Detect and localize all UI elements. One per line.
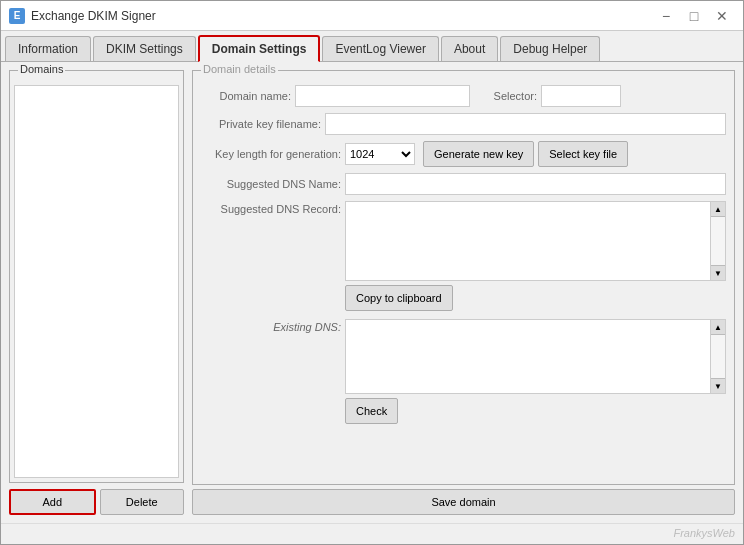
- suggested-dns-record-textarea[interactable]: [345, 201, 710, 281]
- footer: FrankysWeb: [1, 523, 743, 544]
- window-controls: − □ ✕: [653, 6, 735, 26]
- tab-bar: Information DKIM Settings Domain Setting…: [1, 31, 743, 62]
- suggested-dns-record-label: Suggested DNS Record:: [201, 201, 341, 215]
- existing-dns-container: ▲ ▼: [345, 319, 726, 394]
- scroll-down-button[interactable]: ▼: [711, 265, 725, 280]
- copy-to-clipboard-button[interactable]: Copy to clipboard: [345, 285, 453, 311]
- domains-list[interactable]: [14, 85, 179, 478]
- window-title: Exchange DKIM Signer: [31, 9, 653, 23]
- domain-name-label: Domain name:: [201, 90, 291, 102]
- existing-dns-scrollbar[interactable]: ▲ ▼: [710, 319, 726, 394]
- dns-record-scrollbar[interactable]: ▲ ▼: [710, 201, 726, 281]
- suggested-dns-record-row: Suggested DNS Record: ▲ ▼: [201, 201, 726, 281]
- add-button[interactable]: Add: [9, 489, 96, 515]
- key-length-label: Key length for generation:: [201, 148, 341, 160]
- scroll-up-button[interactable]: ▲: [711, 202, 725, 217]
- select-key-file-button[interactable]: Select key file: [538, 141, 628, 167]
- key-length-row: Key length for generation: 512 1024 2048…: [201, 141, 726, 167]
- private-key-input[interactable]: [325, 113, 726, 135]
- scroll-track: [711, 217, 725, 265]
- suggested-dns-name-row: Suggested DNS Name:: [201, 173, 726, 195]
- copy-btn-row: Copy to clipboard: [345, 285, 726, 311]
- tab-eventlog-viewer[interactable]: EventLog Viewer: [322, 36, 439, 61]
- existing-dns-textarea[interactable]: [345, 319, 710, 394]
- suggested-dns-name-label: Suggested DNS Name:: [201, 178, 341, 190]
- existing-dns-label: Existing DNS:: [201, 319, 341, 333]
- right-panel: Domain details Domain name: Selector: Pr…: [192, 70, 735, 515]
- tab-debug-helper[interactable]: Debug Helper: [500, 36, 600, 61]
- domain-name-row: Domain name: Selector:: [201, 85, 726, 107]
- dns-record-container: ▲ ▼: [345, 201, 726, 281]
- delete-button[interactable]: Delete: [100, 489, 185, 515]
- tab-information[interactable]: Information: [5, 36, 91, 61]
- selector-input[interactable]: [541, 85, 621, 107]
- title-bar: E Exchange DKIM Signer − □ ✕: [1, 1, 743, 31]
- domains-group: Domains: [9, 70, 184, 483]
- check-btn-row: Check: [345, 398, 726, 424]
- app-icon: E: [9, 8, 25, 24]
- private-key-row: Private key filename:: [201, 113, 726, 135]
- tab-dkim-settings[interactable]: DKIM Settings: [93, 36, 196, 61]
- selector-label: Selector:: [482, 90, 537, 102]
- close-button[interactable]: ✕: [709, 6, 735, 26]
- domain-details-label: Domain details: [201, 63, 278, 75]
- left-buttons: Add Delete: [9, 483, 184, 515]
- domain-name-input[interactable]: [295, 85, 470, 107]
- existing-scroll-track: [711, 335, 725, 378]
- suggested-dns-name-input[interactable]: [345, 173, 726, 195]
- main-content: Domains Add Delete Domain details Domain…: [1, 62, 743, 523]
- key-length-select[interactable]: 512 1024 2048 4096: [345, 143, 415, 165]
- save-domain-button[interactable]: Save domain: [192, 489, 735, 515]
- existing-scroll-down-button[interactable]: ▼: [711, 378, 725, 393]
- tab-domain-settings[interactable]: Domain Settings: [198, 35, 321, 62]
- existing-scroll-up-button[interactable]: ▲: [711, 320, 725, 335]
- main-window: E Exchange DKIM Signer − □ ✕ Information…: [0, 0, 744, 545]
- tab-about[interactable]: About: [441, 36, 498, 61]
- frankys-web-label: FrankysWeb: [673, 527, 735, 539]
- domains-group-label: Domains: [18, 63, 65, 75]
- save-domain-row: Save domain: [192, 485, 735, 515]
- existing-dns-row: Existing DNS: ▲ ▼: [201, 319, 726, 394]
- check-button[interactable]: Check: [345, 398, 398, 424]
- maximize-button[interactable]: □: [681, 6, 707, 26]
- private-key-label: Private key filename:: [201, 118, 321, 130]
- generate-new-key-button[interactable]: Generate new key: [423, 141, 534, 167]
- minimize-button[interactable]: −: [653, 6, 679, 26]
- domain-details-group: Domain details Domain name: Selector: Pr…: [192, 70, 735, 485]
